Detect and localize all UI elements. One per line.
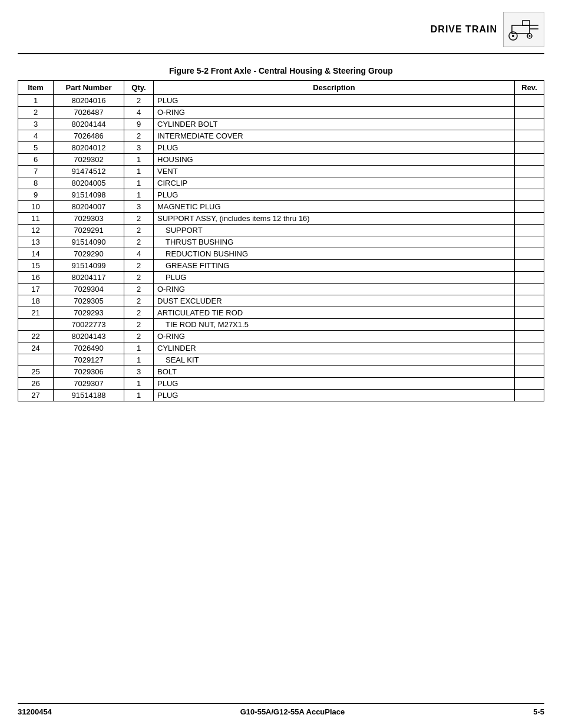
cell-rev (515, 260, 544, 272)
cell-qty: 1 (124, 177, 154, 189)
cell-rev (515, 331, 544, 342)
table-row: 1802040162PLUG (18, 95, 544, 107)
table-row: 1270292912SUPPORT (18, 225, 544, 236)
cell-item: 7 (18, 166, 54, 177)
table-row: 2470264901CYLINDER (18, 342, 544, 354)
cell-qty: 1 (124, 154, 154, 166)
cell-qty: 2 (124, 331, 154, 342)
page: DRIVE TRAIN Figure 5-2 Front Axle - Cent… (0, 0, 562, 728)
svg-point-5 (529, 35, 531, 37)
cell-item (18, 354, 54, 366)
cell-part: 91514090 (54, 236, 124, 248)
cell-part: 7029306 (54, 366, 124, 378)
cell-rev (515, 189, 544, 201)
cell-qty: 2 (124, 225, 154, 236)
cell-desc: CIRCLIP (154, 177, 515, 189)
cell-rev (515, 248, 544, 260)
cell-rev (515, 142, 544, 154)
cell-rev (515, 390, 544, 401)
cell-rev (515, 342, 544, 354)
cell-desc: ARTICULATED TIE ROD (154, 307, 515, 319)
cell-item (18, 319, 54, 331)
cell-desc: PLUG (154, 189, 515, 201)
cell-part: 7029304 (54, 284, 124, 295)
cell-rev (515, 225, 544, 236)
footer-right: 5-5 (533, 707, 544, 716)
cell-rev (515, 177, 544, 189)
table-row: 8802040051CIRCLIP (18, 177, 544, 189)
cell-item: 24 (18, 342, 54, 354)
cell-part: 7029302 (54, 154, 124, 166)
table-row: 7914745121VENT (18, 166, 544, 177)
cell-qty: 2 (124, 307, 154, 319)
cell-qty: 3 (124, 366, 154, 378)
cell-qty: 1 (124, 378, 154, 390)
cell-desc: SUPPORT (154, 225, 515, 236)
cell-part: 80204144 (54, 118, 124, 130)
table-row: 1870293052DUST EXCLUDER (18, 295, 544, 307)
table-row: 15915140992GREASE FITTING (18, 260, 544, 272)
cell-desc: O-RING (154, 284, 515, 295)
cell-qty: 3 (124, 142, 154, 154)
footer-center: G10-55A/G12-55A AccuPlace (240, 707, 345, 716)
table-row: 13915140902THRUST BUSHING (18, 236, 544, 248)
cell-item: 1 (18, 95, 54, 107)
cell-part: 7029291 (54, 225, 124, 236)
cell-desc: CYLINDER (154, 342, 515, 354)
table-row: 2170292932ARTICULATED TIE ROD (18, 307, 544, 319)
cell-rev (515, 201, 544, 213)
page-header: DRIVE TRAIN (18, 12, 544, 54)
cell-rev (515, 295, 544, 307)
cell-qty: 1 (124, 342, 154, 354)
cell-part: 7026486 (54, 130, 124, 142)
cell-rev (515, 118, 544, 130)
cell-qty: 2 (124, 295, 154, 307)
cell-desc: VENT (154, 166, 515, 177)
cell-qty: 2 (124, 95, 154, 107)
cell-desc: CYLINDER BOLT (154, 118, 515, 130)
table-row: 1770293042O-RING (18, 284, 544, 295)
cell-rev (515, 107, 544, 118)
cell-qty: 2 (124, 213, 154, 225)
cell-item: 27 (18, 390, 54, 401)
figure-title: Figure 5-2 Front Axle - Central Housing … (18, 66, 544, 75)
table-row: 16802041172PLUG (18, 272, 544, 284)
cell-desc: PLUG (154, 378, 515, 390)
svg-point-3 (512, 35, 514, 37)
drive-train-title: DRIVE TRAIN (431, 24, 497, 35)
table-row: 470264862INTERMEDIATE COVER (18, 130, 544, 142)
cell-item: 11 (18, 213, 54, 225)
cell-rev (515, 378, 544, 390)
cell-desc: REDUCTION BUSHING (154, 248, 515, 260)
cell-item: 22 (18, 331, 54, 342)
drive-train-icon (503, 12, 544, 47)
cell-rev (515, 213, 544, 225)
cell-part: 7029290 (54, 248, 124, 260)
cell-rev (515, 319, 544, 331)
table-row: 22802041432O-RING (18, 331, 544, 342)
cell-desc: HOUSING (154, 154, 515, 166)
cell-desc: PLUG (154, 390, 515, 401)
cell-rev (515, 95, 544, 107)
col-header-qty: Qty. (124, 81, 154, 95)
cell-qty: 4 (124, 248, 154, 260)
table-row: 2570293063BOLT (18, 366, 544, 378)
cell-qty: 2 (124, 284, 154, 295)
cell-desc: THRUST BUSHING (154, 236, 515, 248)
table-row: 9915140981PLUG (18, 189, 544, 201)
cell-part: 80204117 (54, 272, 124, 284)
cell-item: 26 (18, 378, 54, 390)
col-header-item: Item (18, 81, 54, 95)
cell-item: 21 (18, 307, 54, 319)
cell-part: 7029127 (54, 354, 124, 366)
cell-rev (515, 130, 544, 142)
cell-part: 80204016 (54, 95, 124, 107)
cell-desc: TIE ROD NUT, M27X1.5 (154, 319, 515, 331)
cell-qty: 2 (124, 272, 154, 284)
cell-item: 5 (18, 142, 54, 154)
cell-rev (515, 236, 544, 248)
col-header-rev: Rev. (515, 81, 544, 95)
page-footer: 31200454 G10-55A/G12-55A AccuPlace 5-5 (18, 703, 544, 716)
cell-item: 6 (18, 154, 54, 166)
cell-qty: 2 (124, 319, 154, 331)
